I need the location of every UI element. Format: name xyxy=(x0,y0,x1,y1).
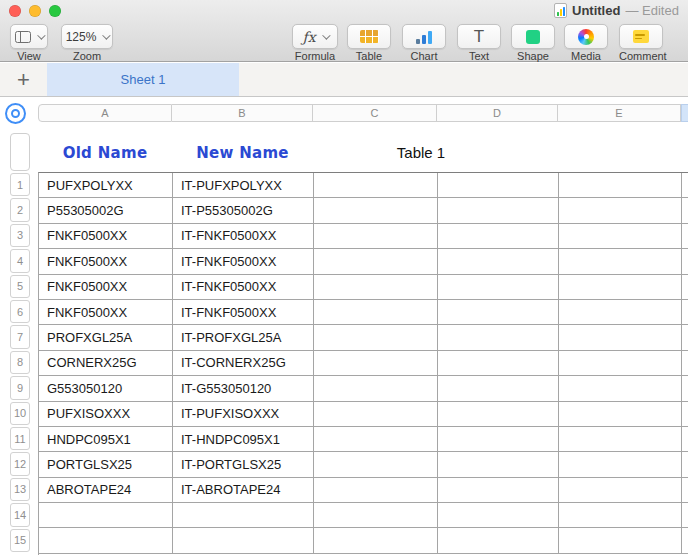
table-cell[interactable] xyxy=(173,528,314,553)
table-cell[interactable] xyxy=(559,528,682,553)
table-cell[interactable] xyxy=(438,402,559,427)
table-cell[interactable]: CORNERX25G xyxy=(39,351,173,376)
table-cell[interactable]: HNDPC095X1 xyxy=(39,427,173,452)
insert-media-button[interactable] xyxy=(564,24,608,49)
row-tab-10[interactable]: 10 xyxy=(10,402,30,425)
table-cell[interactable] xyxy=(559,300,682,325)
insert-text-button[interactable]: T xyxy=(457,24,501,49)
table-cell[interactable] xyxy=(438,376,559,401)
row-tab-2[interactable]: 2 xyxy=(10,198,30,221)
table-cell[interactable]: IT-FNKF0500XX xyxy=(173,249,314,274)
table-cell[interactable] xyxy=(682,503,688,528)
table-cell[interactable] xyxy=(682,198,688,223)
table-cell[interactable] xyxy=(559,452,682,477)
table-cell[interactable]: P55305002G xyxy=(39,198,173,223)
row-tab-13[interactable]: 13 xyxy=(10,478,30,501)
table-cell[interactable] xyxy=(438,478,559,503)
table-cell[interactable]: PUFXPOLYXX xyxy=(39,173,173,198)
table-cell[interactable]: IT-FNKF0500XX xyxy=(173,300,314,325)
table-cell[interactable] xyxy=(314,503,438,528)
sheet-tab-active[interactable]: Sheet 1 xyxy=(47,63,239,96)
table-cell[interactable] xyxy=(682,300,688,325)
table-cell[interactable] xyxy=(559,173,682,198)
table-cell[interactable] xyxy=(559,478,682,503)
view-button[interactable] xyxy=(10,24,48,49)
table-cell[interactable] xyxy=(438,249,559,274)
table-cell[interactable] xyxy=(314,224,438,249)
table-cell[interactable] xyxy=(559,402,682,427)
minimize-window-button[interactable] xyxy=(29,5,41,17)
close-window-button[interactable] xyxy=(9,5,21,17)
column-tab-c[interactable]: C xyxy=(313,104,437,122)
row-tab-1[interactable]: 1 xyxy=(10,173,30,196)
column-tab-e[interactable]: E xyxy=(558,104,681,122)
insert-chart-button[interactable] xyxy=(402,24,446,49)
table-cell[interactable]: G553050120 xyxy=(39,376,173,401)
table-cell[interactable] xyxy=(559,275,682,300)
table-cell[interactable] xyxy=(314,249,438,274)
row-tab-7[interactable]: 7 xyxy=(10,325,30,348)
table-cell[interactable] xyxy=(39,503,173,528)
table-cell[interactable]: FNKF0500XX xyxy=(39,275,173,300)
insert-shape-button[interactable] xyxy=(511,24,555,49)
table-cell[interactable]: IT-P55305002G xyxy=(173,198,314,223)
row-tab-12[interactable]: 12 xyxy=(10,452,30,475)
table-cell[interactable]: IT-PUFXPOLYXX xyxy=(173,173,314,198)
table-cell[interactable]: IT-PROFXGL25A xyxy=(173,325,314,350)
table-cell[interactable]: IT-ABROTAPE24 xyxy=(173,478,314,503)
table-cell[interactable] xyxy=(682,452,688,477)
zoom-window-button[interactable] xyxy=(49,5,61,17)
table-cell[interactable]: FNKF0500XX xyxy=(39,300,173,325)
table-cell[interactable] xyxy=(438,198,559,223)
table-cell[interactable] xyxy=(682,351,688,376)
table-cell[interactable]: FNKF0500XX xyxy=(39,224,173,249)
table-cell[interactable] xyxy=(438,427,559,452)
table-cell[interactable] xyxy=(173,503,314,528)
table-cell[interactable]: IT-FNKF0500XX xyxy=(173,275,314,300)
table-cell[interactable]: IT-HNDPC095X1 xyxy=(173,427,314,452)
table-cell[interactable] xyxy=(682,402,688,427)
table-cell[interactable] xyxy=(682,173,688,198)
insert-comment-button[interactable] xyxy=(619,24,663,49)
column-tab-a[interactable]: A xyxy=(38,104,172,122)
insert-table-button[interactable] xyxy=(347,24,391,49)
table-cell[interactable] xyxy=(559,224,682,249)
zoom-button[interactable]: 125% xyxy=(61,24,113,49)
table-cell[interactable] xyxy=(438,173,559,198)
table-cell[interactable] xyxy=(314,351,438,376)
table-header-old-name[interactable]: Old Name xyxy=(38,142,172,164)
add-sheet-button[interactable]: + xyxy=(0,63,47,96)
table-cell[interactable]: IT-CORNERX25G xyxy=(173,351,314,376)
table-cell[interactable]: IT-PORTGLSX25 xyxy=(173,452,314,477)
table-cell[interactable] xyxy=(438,300,559,325)
table-cell[interactable]: PUFXISOXXX xyxy=(39,402,173,427)
table-cell[interactable] xyxy=(682,224,688,249)
table-cell[interactable] xyxy=(682,376,688,401)
table-cell[interactable] xyxy=(314,528,438,553)
table-cell[interactable]: IT-PUFXISOXXX xyxy=(173,402,314,427)
row-tab-8[interactable]: 8 xyxy=(10,351,30,374)
table-cell[interactable] xyxy=(438,528,559,553)
table-cell[interactable] xyxy=(314,478,438,503)
table-cell[interactable] xyxy=(559,351,682,376)
table-cell[interactable] xyxy=(682,478,688,503)
table-cell[interactable]: PORTGLSX25 xyxy=(39,452,173,477)
table-cell[interactable] xyxy=(682,427,688,452)
table-cell[interactable] xyxy=(314,173,438,198)
row-tab-14[interactable]: 14 xyxy=(10,503,30,526)
table-cell[interactable] xyxy=(314,300,438,325)
table-cell[interactable] xyxy=(559,376,682,401)
table-cell[interactable] xyxy=(438,325,559,350)
column-tab-d[interactable]: D xyxy=(437,104,558,122)
row-tab-5[interactable]: 5 xyxy=(10,275,30,298)
column-tab-partial[interactable] xyxy=(681,104,688,122)
table-cell[interactable] xyxy=(682,249,688,274)
table-cell[interactable] xyxy=(438,452,559,477)
row-tab-15[interactable]: 15 xyxy=(10,529,30,552)
table-cell[interactable]: FNKF0500XX xyxy=(39,249,173,274)
table-cell[interactable] xyxy=(559,427,682,452)
table-cell[interactable] xyxy=(438,351,559,376)
table-header-new-name[interactable]: New Name xyxy=(172,142,313,164)
table-title[interactable]: Table 1 xyxy=(313,142,529,164)
row-tab-4[interactable]: 4 xyxy=(10,249,30,272)
